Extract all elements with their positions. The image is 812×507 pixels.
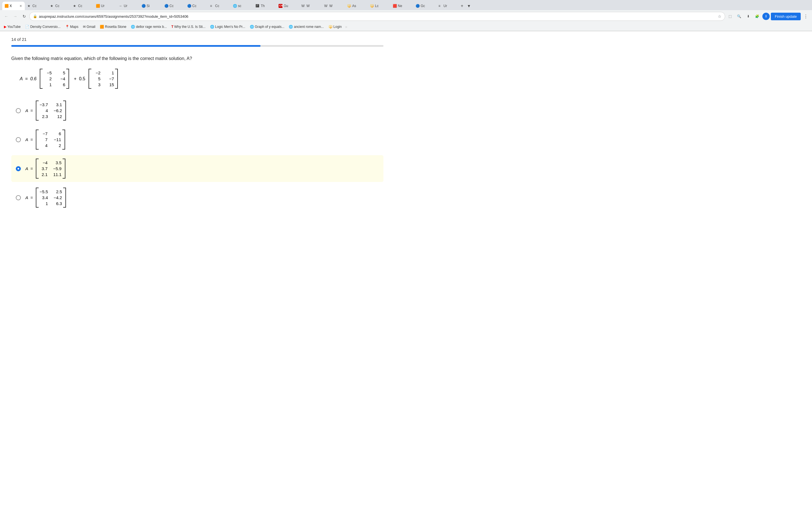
active-tab[interactable]: 🟧 X ✕	[2, 2, 25, 10]
od-r2c0: 1	[40, 201, 48, 206]
inactive-tab-1[interactable]: ★ Cc	[25, 2, 48, 10]
option-b-cells: −7 6 7 −11 4 2	[40, 129, 61, 150]
bookmark-login[interactable]: 🔱 Login	[327, 24, 343, 29]
tab-favicon-14: W	[324, 4, 328, 8]
zoom-button[interactable]: 🔍	[735, 12, 743, 20]
m2-r1c1: −7	[106, 76, 114, 81]
dellor-icon: 🌐	[131, 25, 135, 29]
m1-r2c0: 1	[44, 82, 52, 87]
inactive-tab-16[interactable]: 🔱 Lc	[368, 2, 390, 10]
inactive-tab-19[interactable]: ≡ Ur	[436, 2, 459, 10]
inactive-tab-6[interactable]: 🔵 Si	[139, 2, 162, 10]
option-c-math: A = −4 3.5 3.7 −5.9 2.1 11.1	[26, 159, 65, 179]
inactive-tab-15[interactable]: 🔱 As	[345, 2, 367, 10]
extensions-button[interactable]: 🧩	[753, 12, 761, 20]
finish-update-button[interactable]: Finish update	[771, 13, 801, 20]
radio-c[interactable]	[16, 166, 21, 171]
answer-option-d[interactable]: A = −5.5 2.5 3.4 −4.2 1 6.3	[11, 184, 384, 211]
option-a-bracket-left	[36, 101, 39, 121]
option-d-bracket-right	[63, 187, 66, 208]
inactive-tab-2[interactable]: ★ Cc	[48, 2, 70, 10]
address-input[interactable]	[39, 14, 716, 18]
tab-close-button[interactable]: ✕	[19, 4, 22, 8]
inactive-tab-9[interactable]: ≡ Cc	[208, 2, 231, 10]
radio-a[interactable]	[16, 108, 21, 113]
radio-d[interactable]	[16, 195, 21, 200]
gmail-icon: ✉	[83, 25, 86, 29]
inactive-tab-18[interactable]: 🔵 Gc	[413, 2, 436, 10]
option-b-bracket-right	[62, 129, 65, 150]
tab-overflow-button[interactable]: ▼	[465, 3, 472, 9]
chrome-menu-button[interactable]: ⋮	[802, 12, 810, 20]
bookmark-gmail[interactable]: ✉ Gmail	[81, 24, 97, 29]
forward-button[interactable]: →	[11, 12, 19, 20]
inactive-tab-3[interactable]: ★ Cc	[71, 2, 93, 10]
tab-favicon-12: CNN	[278, 4, 283, 8]
tab-favicon-15: 🔱	[347, 4, 351, 8]
option-a-bracket-right	[63, 101, 66, 121]
oa-r1c1: −6.2	[54, 108, 62, 113]
oc-r2c1: 11.1	[53, 172, 62, 177]
bookmark-rosetta[interactable]: 🟧 Rosetta Stone	[98, 24, 128, 29]
inactive-tab-10[interactable]: 🌐 sc	[231, 2, 253, 10]
inactive-tab-14[interactable]: W W	[322, 2, 345, 10]
tab-favicon-13: W	[301, 4, 305, 8]
answer-option-a[interactable]: A = −3.7 3.1 4 −6.2 2.3 12	[11, 97, 384, 124]
answer-option-b[interactable]: A = −7 6 7 −11 4 2	[11, 126, 384, 153]
answer-option-c[interactable]: A = −4 3.5 3.7 −5.9 2.1 11.1	[11, 155, 384, 182]
bookmark-ancient[interactable]: 🌐 ancient rome nam...	[287, 24, 325, 29]
profile-button[interactable]: I	[762, 13, 770, 20]
option-b-matrix-wrap: −7 6 7 −11 4 2	[36, 129, 65, 150]
matrix2-cells: −2 1 5 −7 3 15	[93, 69, 114, 89]
inactive-tab-12[interactable]: CNN Gu	[276, 2, 299, 10]
bookmark-graph[interactable]: 🌐 Graph of y equals...	[248, 24, 286, 29]
reload-button[interactable]: ↻	[20, 12, 28, 20]
inactive-tab-11[interactable]: 🅿 Th	[253, 2, 276, 10]
oc-r0c0: −4	[40, 160, 48, 165]
option-d-cells: −5.5 2.5 3.4 −4.2 1 6.3	[40, 187, 62, 208]
m2-r2c0: 3	[93, 82, 100, 87]
nav-bar: ← → ↻ 🔒 ☆ ⬚ 🔍 ⬇ 🧩 I Finish update ⋮	[0, 10, 812, 22]
tab-favicon-1: ★	[28, 4, 31, 8]
tab-favicon-18: 🔵	[416, 4, 419, 8]
progress-label: 14 of 21	[11, 37, 384, 42]
inactive-tab-5[interactable]: → Ur	[116, 2, 139, 10]
oa-r0c1: 3.1	[54, 102, 62, 107]
radio-b[interactable]	[16, 137, 21, 142]
ob-r0c1: 6	[53, 131, 61, 136]
bookmarks-bar: ▶ YouTube 📄 Density Conversio... 📍 Maps …	[0, 22, 812, 31]
bookmark-youtube[interactable]: ▶ YouTube	[2, 24, 22, 29]
matrix1-bracket-right	[66, 69, 69, 89]
bookmark-whyus[interactable]: T Why the U.S. Is Sti...	[170, 24, 207, 29]
inactive-tab-8[interactable]: 🔵 Cc	[185, 2, 207, 10]
ob-r2c0: 4	[40, 143, 48, 148]
nav-actions: ⬚ 🔍 ⬇ 🧩 I Finish update ⋮	[726, 12, 810, 20]
oc-r0c1: 3.5	[53, 160, 62, 165]
back-button[interactable]: ←	[2, 12, 10, 20]
screen-cast-button[interactable]: ⬚	[726, 12, 734, 20]
equation-lhs: A = 0.6	[20, 76, 36, 81]
bookmark-star-icon[interactable]: ☆	[718, 14, 721, 18]
downloads-button[interactable]: ⬇	[744, 12, 752, 20]
inactive-tab-4[interactable]: 🟧 Ur	[94, 2, 116, 10]
bookmark-density[interactable]: 📄 Density Conversio...	[23, 24, 62, 29]
bookmark-logic[interactable]: 🌐 Logic Men's No Pr...	[208, 24, 247, 29]
inactive-tab-17[interactable]: 🟥 Ne	[391, 2, 413, 10]
inactive-tab-7[interactable]: 🔵 Cc	[162, 2, 185, 10]
tab-favicon-9: ≡	[210, 4, 214, 8]
tab-favicon-10: 🌐	[233, 4, 237, 8]
bookmark-login-label: Login	[334, 25, 342, 29]
ob-r1c0: 7	[40, 137, 48, 142]
bookmark-maps[interactable]: 📍 Maps	[63, 24, 80, 29]
new-tab-button[interactable]: +	[459, 2, 465, 10]
option-d-lhs: A =	[26, 195, 33, 200]
bookmark-dellor[interactable]: 🌐 dellor rage remix b...	[129, 24, 168, 29]
matrix1-bracket-left	[40, 69, 43, 89]
ancient-icon: 🌐	[289, 25, 293, 29]
tab-favicon-4: 🟧	[96, 4, 100, 8]
inactive-tab-13[interactable]: W W	[299, 2, 322, 10]
option-b-math: A = −7 6 7 −11 4 2	[26, 129, 65, 150]
ob-r2c1: 2	[53, 143, 61, 148]
tab-favicon-3: ★	[73, 4, 77, 8]
option-c-bracket-left	[36, 159, 39, 179]
